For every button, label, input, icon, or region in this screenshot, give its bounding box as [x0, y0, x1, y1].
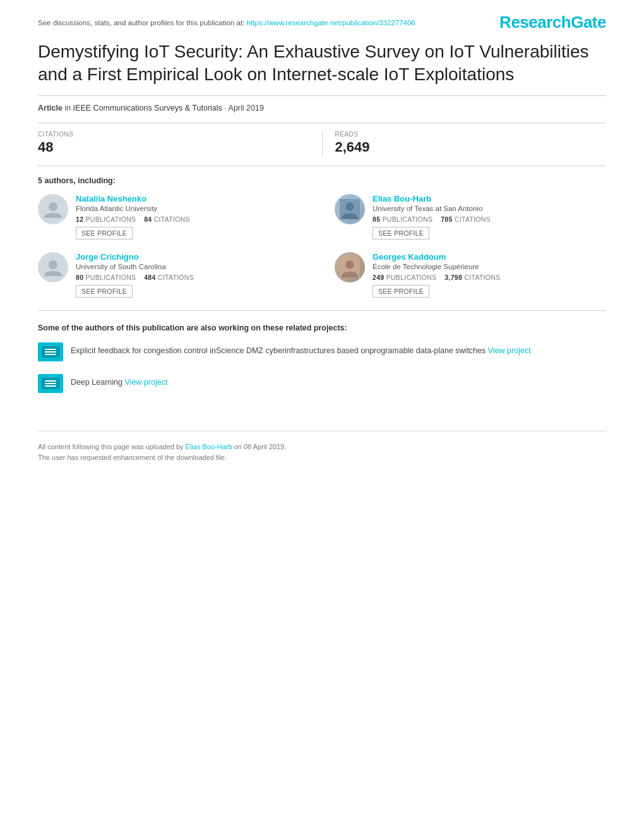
project-line	[45, 351, 56, 353]
authors-heading: 5 authors, including:	[38, 176, 606, 185]
author-info-elias: Elias Bou-Harb University of Texas at Sa…	[373, 194, 606, 239]
default-avatar-icon	[43, 199, 63, 219]
meta-divider	[38, 123, 606, 123]
author-name-nataliia[interactable]: Nataliia Neshenko	[76, 194, 309, 203]
georges-citations: 3,798	[444, 274, 462, 281]
project-text-2: Deep Learning View project	[71, 374, 167, 389]
author-card-elias: Elias Bou-Harb University of Texas at Sa…	[335, 194, 606, 239]
footer-line1-post: on 08 April 2019.	[234, 443, 287, 450]
georges-avatar-icon	[340, 257, 360, 277]
researchgate-logo: ResearchGate	[499, 13, 606, 32]
authors-grid: Nataliia Neshenko Florida Atlantic Unive…	[38, 194, 606, 311]
jorge-citations: 484	[144, 274, 155, 281]
footer: All content following this page was uplo…	[38, 431, 606, 464]
citations-label: CITATIONS	[38, 131, 309, 138]
project-line	[45, 383, 56, 384]
citations-value: 48	[38, 139, 309, 155]
footer-line2: The user has requested enhancement of th…	[38, 452, 606, 464]
related-project-2: Deep Learning View project	[38, 374, 606, 393]
author-info-jorge: Jorge Crichigno University of South Caro…	[76, 252, 309, 298]
svg-point-0	[49, 202, 57, 211]
avatar-georges	[335, 252, 365, 282]
project-icon-inner-2	[42, 378, 59, 389]
logo-text: ResearchGate	[499, 13, 606, 32]
svg-point-2	[345, 202, 354, 210]
project-link-2[interactable]: View project	[125, 378, 168, 387]
author-affiliation-georges: École de Technologie Supérieure	[373, 263, 606, 270]
project-line	[45, 354, 56, 355]
article-journal: IEEE Communications Surveys & Tutorials	[73, 104, 222, 112]
project-description-2: Deep Learning	[71, 378, 122, 387]
jorge-publications: 80	[76, 274, 83, 281]
svg-point-5	[345, 260, 354, 269]
related-heading: Some of the authors of this publication …	[38, 323, 606, 332]
page-container: ResearchGate See discussions, stats, and…	[0, 0, 644, 489]
top-notice-text: See discussions, stats, and author profi…	[38, 19, 247, 27]
title-divider	[38, 95, 606, 96]
avatar-elias	[335, 194, 365, 224]
author-name-elias[interactable]: Elias Bou-Harb	[373, 194, 606, 203]
article-in: in	[64, 104, 73, 112]
project-link-1[interactable]: View project	[488, 346, 531, 355]
author-affiliation-nataliia: Florida Atlantic University	[76, 205, 309, 212]
author-affiliation-elias: University of Texas at San Antonio	[373, 205, 606, 212]
author-info-nataliia: Nataliia Neshenko Florida Atlantic Unive…	[76, 194, 309, 239]
reads-value: 2,649	[335, 139, 607, 155]
see-profile-jorge[interactable]: SEE PROFILE	[76, 285, 133, 298]
citations-block: CITATIONS 48	[38, 131, 309, 155]
nataliia-publications: 12	[76, 215, 83, 223]
author-card-nataliia: Nataliia Neshenko Florida Atlantic Unive…	[38, 194, 309, 239]
project-icon-inner-1	[42, 346, 59, 358]
project-line	[45, 385, 56, 387]
see-profile-elias[interactable]: SEE PROFILE	[373, 227, 429, 239]
author-stats-jorge: 80 PUBLICATIONS 484 CITATIONS	[76, 274, 309, 281]
project-icon-2	[38, 374, 63, 393]
author-name-georges[interactable]: Georges Kaddoum	[373, 252, 606, 262]
project-description-1: Explicit feedback for congestion control…	[71, 346, 486, 355]
elias-publications: 85	[373, 215, 380, 223]
article-title: Demystifying IoT Security: An Exhaustive…	[38, 40, 606, 87]
author-info-georges: Georges Kaddoum École de Technologie Sup…	[373, 252, 606, 298]
author-stats-elias: 85 PUBLICATIONS 785 CITATIONS	[373, 215, 606, 223]
footer-line1: All content following this page was uplo…	[38, 442, 606, 453]
article-date: April 2019	[229, 104, 264, 112]
footer-line1-pre: All content following this page was uplo…	[38, 443, 186, 450]
elias-avatar-icon	[340, 199, 360, 219]
article-meta: Article in IEEE Communications Surveys &…	[38, 104, 606, 112]
author-name-jorge[interactable]: Jorge Crichigno	[76, 252, 309, 262]
project-line	[45, 380, 56, 382]
related-project-1: Explicit feedback for congestion control…	[38, 342, 606, 361]
project-text-1: Explicit feedback for congestion control…	[71, 342, 531, 357]
default-avatar-icon-jorge	[43, 257, 63, 277]
author-stats-georges: 249 PUBLICATIONS 3,798 CITATIONS	[373, 274, 606, 281]
footer-elias-link[interactable]: Elias Bou-Harb	[186, 443, 232, 450]
nataliia-citations: 84	[144, 215, 152, 223]
avatar-nataliia	[38, 194, 68, 224]
project-icon-lines-2	[45, 380, 56, 387]
author-stats-nataliia: 12 PUBLICATIONS 84 CITATIONS	[76, 215, 309, 223]
georges-publications: 249	[373, 274, 384, 281]
reads-label: READS	[335, 131, 607, 138]
project-line	[45, 349, 56, 350]
avatar-jorge	[38, 252, 68, 282]
author-card-georges: Georges Kaddoum École de Technologie Sup…	[335, 252, 606, 298]
project-icon-1	[38, 342, 63, 361]
see-profile-nataliia[interactable]: SEE PROFILE	[76, 227, 133, 239]
stats-row: CITATIONS 48 READS 2,649	[38, 131, 606, 166]
project-icon-lines-1	[45, 349, 56, 355]
elias-citations: 785	[441, 215, 452, 223]
publication-link[interactable]: https://www.researchgate.net/publication…	[247, 19, 415, 27]
article-type: Article	[38, 104, 63, 112]
see-profile-georges[interactable]: SEE PROFILE	[373, 285, 429, 298]
author-card-jorge: Jorge Crichigno University of South Caro…	[38, 252, 309, 298]
reads-block: READS 2,649	[322, 131, 607, 155]
svg-point-3	[49, 260, 57, 269]
author-affiliation-jorge: University of South Carolina	[76, 263, 309, 270]
